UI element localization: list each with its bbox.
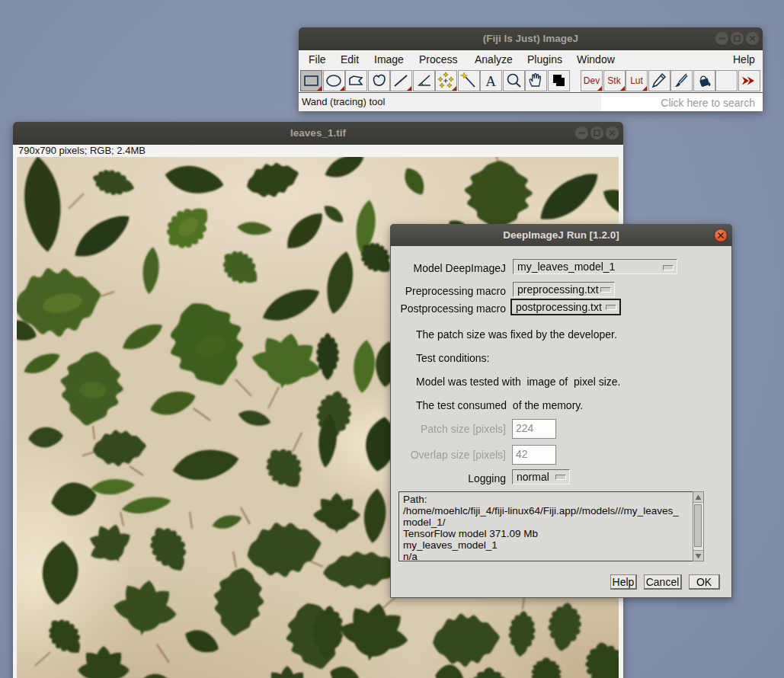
svg-text:A: A xyxy=(485,73,496,89)
